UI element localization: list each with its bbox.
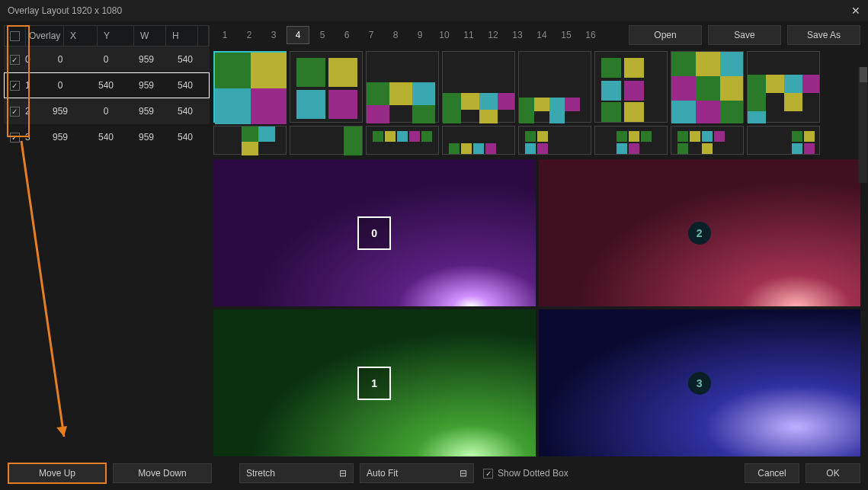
row-w: 959 [127, 54, 165, 65]
layout-template-row2-3[interactable] [442, 126, 515, 155]
row-checkbox[interactable]: ✓ [10, 133, 20, 143]
row-checkbox[interactable]: ✓ [10, 107, 20, 117]
row-checkbox[interactable]: ✓ [10, 55, 20, 65]
row-index: 3 [25, 132, 36, 143]
layout-template-row1-3[interactable] [442, 51, 515, 123]
preview-cell-3[interactable]: 3 [539, 309, 861, 456]
header-h[interactable]: H [166, 26, 198, 46]
preview-cell-2[interactable]: 2 [539, 159, 861, 306]
preset-tab-16[interactable]: 16 [579, 26, 602, 44]
row-x: 0 [36, 54, 85, 65]
move-down-button[interactable]: Move Down [113, 463, 212, 483]
preview-label-1: 1 [357, 367, 391, 400]
header-overlay[interactable]: Overlay [26, 26, 64, 46]
table-row[interactable]: ✓ 1 0 540 959 540 [4, 72, 210, 98]
preview-label-0: 0 [357, 216, 391, 250]
ok-button[interactable]: OK [806, 463, 860, 483]
show-dotted-label: Show Dotted Box [498, 468, 569, 479]
row-h: 540 [165, 54, 205, 65]
layout-template-row2-1[interactable] [290, 126, 363, 155]
preset-tab-4[interactable]: 4 [287, 26, 309, 44]
row-h: 540 [165, 132, 205, 143]
row-h: 540 [165, 106, 205, 117]
template-scrollbar-thumb[interactable] [860, 67, 867, 82]
move-up-button[interactable]: Move Up [8, 463, 107, 484]
preset-tab-13[interactable]: 13 [506, 26, 529, 44]
layout-template-row1-0[interactable] [213, 51, 287, 123]
preset-tab-15[interactable]: 15 [555, 26, 578, 44]
row-y: 540 [85, 132, 127, 143]
preset-tab-1[interactable]: 1 [213, 26, 236, 44]
header-x[interactable]: X [64, 26, 98, 46]
table-body: ✓ 0 0 0 959 540✓ 1 0 540 959 540✓ 2 959 … [4, 46, 210, 456]
layout-template-row1-5[interactable] [594, 51, 668, 123]
row-x: 959 [36, 132, 85, 143]
preset-tab-11[interactable]: 11 [457, 26, 480, 44]
layout-template-row2-5[interactable] [594, 126, 668, 155]
row-h: 540 [165, 80, 205, 91]
row-y: 540 [85, 80, 127, 91]
preset-tab-8[interactable]: 8 [384, 26, 407, 44]
chevron-icon: ⊟ [339, 468, 347, 479]
row-index: 1 [25, 80, 36, 91]
table-row[interactable]: ✓ 0 0 0 959 540 [4, 46, 210, 72]
row-x: 0 [36, 80, 85, 91]
save-as-button[interactable]: Save As [787, 25, 860, 45]
save-button[interactable]: Save [708, 25, 781, 45]
preview-cell-1[interactable]: 1 [213, 309, 536, 456]
preview-cell-0[interactable]: 0 [213, 159, 536, 306]
row-y: 0 [85, 54, 127, 65]
layout-template-row2-2[interactable] [366, 126, 439, 155]
cancel-button[interactable]: Cancel [745, 463, 799, 483]
title-bar: Overlay Layout 1920 x 1080 ✕ [0, 0, 868, 21]
layout-template-row1-2[interactable] [366, 51, 439, 123]
preset-tab-5[interactable]: 5 [311, 26, 334, 44]
layout-template-row2-7[interactable] [747, 126, 820, 155]
row-x: 959 [36, 106, 85, 117]
preset-tab-3[interactable]: 3 [262, 26, 285, 44]
row-w: 959 [127, 106, 165, 117]
preset-tab-2[interactable]: 2 [238, 26, 261, 44]
row-index: 0 [25, 54, 36, 65]
layout-template-row1-4[interactable] [518, 51, 591, 123]
chevron-icon: ⊟ [460, 468, 467, 479]
preset-tab-12[interactable]: 12 [482, 26, 504, 44]
layout-template-row2-6[interactable] [671, 126, 744, 155]
template-scrollbar[interactable] [858, 67, 867, 183]
preset-tab-10[interactable]: 10 [433, 26, 456, 44]
autofit-dropdown[interactable]: Auto Fit⊟ [360, 463, 474, 483]
right-panel: 12345678910111213141516 Open Save Save A… [213, 21, 868, 460]
stretch-dropdown[interactable]: Stretch⊟ [239, 463, 354, 483]
preset-tab-14[interactable]: 14 [530, 26, 553, 44]
row-checkbox[interactable]: ✓ [10, 81, 20, 91]
layout-template-row2-4[interactable] [518, 126, 591, 155]
overlay-table-panel: Overlay X Y W H ✓ 0 0 0 959 540✓ 1 0 540… [0, 21, 213, 460]
table-row[interactable]: ✓ 2 959 0 959 540 [4, 98, 210, 124]
open-button[interactable]: Open [629, 25, 702, 45]
close-icon[interactable]: ✕ [851, 5, 860, 17]
layout-template-row1-6[interactable] [671, 51, 744, 123]
row-w: 959 [127, 80, 165, 91]
window-title: Overlay Layout 1920 x 1080 [8, 5, 122, 16]
preset-tab-7[interactable]: 7 [360, 26, 383, 44]
header-checkbox[interactable] [10, 31, 20, 41]
layout-template-row2-0[interactable] [213, 126, 287, 155]
table-row[interactable]: ✓ 3 959 540 959 540 [4, 124, 210, 150]
row-index: 2 [25, 106, 36, 117]
layout-template-row1-7[interactable] [747, 51, 820, 123]
layout-templates [213, 51, 860, 155]
header-w[interactable]: W [134, 26, 166, 46]
layout-template-row1-1[interactable] [290, 51, 363, 123]
header-y[interactable]: Y [98, 26, 134, 46]
preset-tabs: 12345678910111213141516 [213, 26, 602, 44]
footer: Move Up Move Down Stretch⊟ Auto Fit⊟ ✓ S… [0, 460, 868, 487]
table-header: Overlay X Y W H [4, 25, 210, 46]
preset-tab-9[interactable]: 9 [408, 26, 431, 44]
row-y: 0 [85, 106, 127, 117]
preset-tab-6[interactable]: 6 [335, 26, 358, 44]
row-w: 959 [127, 132, 165, 143]
show-dotted-checkbox[interactable]: ✓ [483, 469, 493, 479]
preview-label-3: 3 [688, 372, 711, 395]
preview-area: 0 2 1 3 [213, 159, 860, 456]
preview-label-2: 2 [688, 222, 711, 245]
